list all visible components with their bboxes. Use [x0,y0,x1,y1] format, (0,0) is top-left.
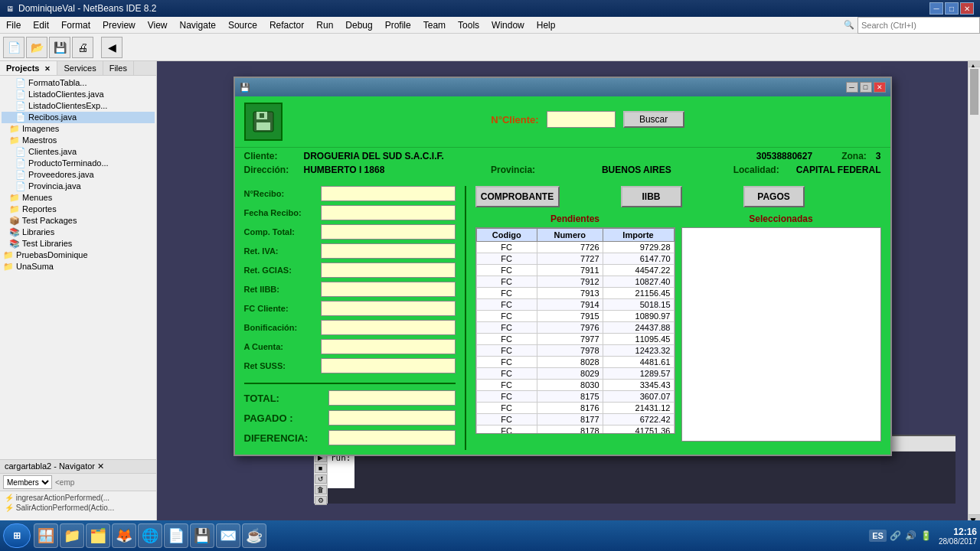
table-row[interactable]: FC817841751.36 [476,425,674,435]
tree-item[interactable]: 📚 Test Libraries [2,238,155,249]
start-button[interactable]: ⊞ [3,523,31,548]
close-button[interactable]: ✕ [960,2,974,15]
tree-item[interactable]: 📁 UnaSuma [2,261,155,272]
toolbar-back[interactable]: ◀ [101,37,122,58]
tab-close-projects[interactable]: ✕ [44,65,51,73]
taskbar-email[interactable]: ✉️ [216,523,240,548]
tab-files[interactable]: Files [103,61,134,75]
table-row[interactable]: FC797624437.88 [476,322,674,334]
taskbar-save-app[interactable]: 💾 [190,523,214,548]
member-item[interactable]: ⚡ ingresarActionPerformed(... [3,493,153,503]
taskbar-windows[interactable]: 🪟 [34,523,58,548]
menu-tools[interactable]: Tools [452,18,485,32]
menu-window[interactable]: Window [485,18,531,32]
menu-run[interactable]: Run [310,18,339,32]
nrecibo-input[interactable] [321,186,456,201]
table-row[interactable]: FC791510890.97 [476,311,674,322]
menu-edit[interactable]: Edit [27,18,55,32]
seleccionadas-table[interactable] [681,227,881,442]
tree-item[interactable]: 📁 Reportes [2,204,155,215]
tree-item[interactable]: 📄 Clientes.java [2,146,155,158]
tree-item[interactable]: 📄 ProductoTerminado... [2,158,155,169]
menu-profile[interactable]: Profile [379,18,417,32]
tree-item[interactable]: 📄 FormatoTabla... [2,77,155,89]
table-row[interactable]: FC80291289.57 [476,368,674,380]
table-row[interactable]: FC81776722.42 [476,414,674,425]
taskbar-docs[interactable]: 📄 [164,523,188,548]
dialog-maximize[interactable]: □ [860,82,872,93]
toolbar-print[interactable]: 🖨 [72,37,93,58]
retgcias-input[interactable] [321,262,456,278]
tree-item[interactable]: 📄 ListadoClientesExp... [2,100,155,112]
menu-navigate[interactable]: Navigate [174,18,222,32]
fecha-input[interactable] [321,205,456,220]
minimize-button[interactable]: ─ [929,2,943,15]
retiva-input[interactable] [321,243,456,259]
dialog-close[interactable]: ✕ [874,82,886,93]
toolbar-open[interactable]: 📂 [26,37,47,58]
nro-cliente-input[interactable] [547,111,616,128]
cuenta-input[interactable] [321,339,456,354]
dialog-minimize[interactable]: ─ [846,82,858,93]
taskbar-chrome[interactable]: 🌐 [138,523,162,548]
menu-preview[interactable]: Preview [96,18,142,32]
table-row[interactable]: FC791321156.45 [476,288,674,299]
table-row[interactable]: FC80303345.43 [476,380,674,391]
tree-item[interactable]: 📁 PruebasDominique [2,249,155,261]
tab-services[interactable]: Services [57,61,103,75]
members-close[interactable]: ✕ [97,461,104,471]
tree-item[interactable]: 📄 Provincia.java [2,181,155,192]
taskbar-explorer[interactable]: 📁 [60,523,84,548]
bonif-input[interactable] [321,320,456,335]
menu-team[interactable]: Team [417,18,452,32]
maximize-button[interactable]: □ [945,2,959,15]
tree-item[interactable]: 📦 Test Packages [2,215,155,227]
comp-input[interactable] [321,224,456,240]
table-row[interactable]: FC77269729.28 [476,242,674,253]
menu-debug[interactable]: Debug [339,18,378,32]
tree-item[interactable]: 📁 Menues [2,192,155,204]
buscar-button[interactable]: Buscar [623,111,684,128]
menu-view[interactable]: View [142,18,174,32]
tree-item[interactable]: 📁 Maestros [2,135,155,146]
tree-item-recibos[interactable]: 📄 Recibos.java [2,112,155,123]
menu-format[interactable]: Format [55,18,96,32]
menu-source[interactable]: Source [222,18,263,32]
scroll-thumb[interactable] [970,69,978,115]
retiibb-input[interactable] [321,282,456,297]
tree-item[interactable]: 📄 ListadoClientes.java [2,89,155,100]
table-row[interactable]: FC791144547.22 [476,265,674,276]
members-dropdown[interactable]: Members [3,475,52,489]
table-row[interactable]: FC791210827.40 [476,276,674,288]
pendientes-table-wrapper[interactable]: Codigo Numero Importe FC77269729.28FC772… [475,227,675,434]
tree-item[interactable]: 📄 Proveedores.java [2,169,155,181]
tree-item[interactable]: 📚 Libraries [2,227,155,238]
taskbar-firefox[interactable]: 🦊 [112,523,136,548]
tab-projects[interactable]: Projects ✕ [0,61,57,75]
menu-file[interactable]: File [0,18,27,32]
scroll-track[interactable] [969,67,980,514]
iibb-button[interactable]: IIBB [621,186,682,207]
table-row[interactable]: FC79145018.15 [476,299,674,311]
tree-item[interactable]: 📁 Imagenes [2,123,155,135]
toolbar-new[interactable]: 📄 [3,37,24,58]
pagos-button[interactable]: PAGOS [743,186,805,207]
taskbar-folder[interactable]: 🗂️ [86,523,110,548]
fccliente-input[interactable] [321,301,456,316]
search-input[interactable] [858,17,980,34]
taskbar-java[interactable]: ☕ [242,523,266,548]
right-scrollbar[interactable]: ▲ ▼ [968,61,980,520]
table-row[interactable]: FC80284481.61 [476,357,674,368]
table-row[interactable]: FC81753607.07 [476,391,674,403]
table-row[interactable]: FC797711095.45 [476,334,674,345]
scroll-down[interactable]: ▼ [969,514,980,520]
table-row[interactable]: FC797812423.32 [476,345,674,357]
member-item[interactable]: ⚡ SalirActionPerformed(Actio... [3,503,153,513]
menu-refactor[interactable]: Refactor [263,18,310,32]
toolbar-save[interactable]: 💾 [49,37,70,58]
menu-help[interactable]: Help [531,18,562,32]
scroll-up[interactable]: ▲ [969,61,980,67]
retsuss-input[interactable] [321,358,456,373]
comprobante-button[interactable]: COMPROBANTE [475,186,560,207]
table-row[interactable]: FC817621431.12 [476,403,674,414]
